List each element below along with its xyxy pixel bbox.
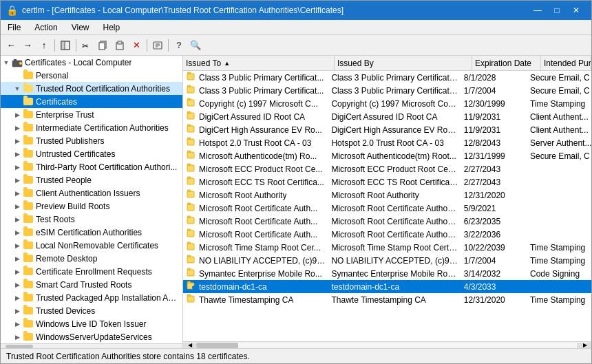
paste-button[interactable] <box>112 38 127 53</box>
sidebar-item-untrusted[interactable]: ▶ Untrusted Certificates <box>1 147 182 160</box>
menu-help[interactable]: Help <box>96 20 127 34</box>
sidebar-item-certificates[interactable]: Certificates <box>1 95 182 108</box>
folder-testroots-icon <box>23 214 34 225</box>
expand-personal[interactable] <box>1 70 12 81</box>
find-button[interactable]: 🔍 <box>188 38 203 53</box>
issued-to-text: DigiCert Assured ID Root CA <box>199 112 305 122</box>
table-row[interactable]: Microsoft Authenticode(tm) Ro... Microso… <box>183 149 591 162</box>
cell-issued-by: Microsoft Root Certificate Authori... <box>328 217 461 226</box>
issued-to-text: testdomain-dc1-ca <box>199 282 267 292</box>
table-row[interactable]: Microsoft Time Stamp Root Cer... Microso… <box>183 241 591 254</box>
table-row[interactable]: Microsoft ECC Product Root Ce... Microso… <box>183 162 591 175</box>
table-row[interactable]: DigiCert Assured ID Root CA DigiCert Ass… <box>183 110 591 123</box>
copy-button[interactable] <box>96 38 111 53</box>
sidebar-item-trusted-root[interactable]: ▼ Trusted Root Certification Authorities <box>1 82 182 95</box>
sidebar-item-windows-live[interactable]: ▶ Windows Live ID Token Issuer <box>1 317 182 330</box>
up-button[interactable]: ↑ <box>36 38 52 53</box>
issued-to-text: Microsoft ECC Product Root Ce... <box>199 164 322 174</box>
close-button[interactable]: ✕ <box>567 3 586 17</box>
menu-file[interactable]: File <box>1 20 28 34</box>
sidebar-item-smart-card[interactable]: ▶ Smart Card Trusted Roots <box>1 278 182 291</box>
content-scrollbar-h[interactable]: ◀ ▶ <box>183 341 591 348</box>
sidebar-item-remote-desktop[interactable]: ▶ Remote Desktop <box>1 252 182 265</box>
svg-rect-19 <box>187 100 194 106</box>
minimize-button[interactable]: — <box>528 3 547 17</box>
folder-personal-icon <box>23 70 34 81</box>
table-row[interactable]: NO LIABILITY ACCEPTED, (c)97 ... NO LIAB… <box>183 254 591 267</box>
sidebar-item-preview[interactable]: ▶ Preview Build Roots <box>1 200 182 213</box>
svg-rect-4 <box>99 43 105 50</box>
sidebar-item-trusted-publishers[interactable]: ▶ Trusted Publishers <box>1 134 182 147</box>
svg-rect-39 <box>187 231 194 237</box>
cell-issued-to: Microsoft ECC Product Root Ce... <box>183 162 328 175</box>
table-row[interactable]: Copyright (c) 1997 Microsoft C... Copyri… <box>183 97 591 110</box>
table-row[interactable]: Microsoft Root Certificate Auth... Micro… <box>183 228 591 241</box>
table-row[interactable]: Microsoft ECC TS Root Certifica... Micro… <box>183 175 591 189</box>
menu-action[interactable]: Action <box>28 20 64 34</box>
cell-issued-by: Microsoft Root Authority <box>328 191 461 200</box>
expand-trusted-root[interactable]: ▼ <box>12 83 23 94</box>
sidebar-item-local-nonremovable[interactable]: ▶ Local NonRemovable Certificates <box>1 239 182 252</box>
help-button[interactable]: ? <box>171 38 187 53</box>
col-header-purpose[interactable]: Intended Purp... <box>541 56 591 70</box>
sidebar-scrollbar-h[interactable] <box>1 343 182 348</box>
table-row[interactable]: Hotspot 2.0 Trust Root CA - 03 Hotspot 2… <box>183 136 591 149</box>
sidebar-item-esim[interactable]: ▶ eSIM Certification Authorities <box>1 226 182 239</box>
cell-purpose: Secure Email, C <box>527 151 591 161</box>
sidebar-item-intermediate-ca[interactable]: ▶ Intermediate Certification Authorities <box>1 121 182 134</box>
table-row[interactable]: Class 3 Public Primary Certificat... Cla… <box>183 71 591 84</box>
list-content[interactable]: Class 3 Public Primary Certificat... Cla… <box>183 71 591 341</box>
cell-issued-by: DigiCert Assured ID Root CA <box>328 112 461 122</box>
table-row[interactable]: DigiCert High Assurance EV Ro... DigiCer… <box>183 123 591 136</box>
cell-issued-to: NO LIABILITY ACCEPTED, (c)97 ... <box>183 254 328 267</box>
sidebar-item-root[interactable]: ▼ Certificates - Local Computer <box>1 56 182 69</box>
table-row[interactable]: Thawte Timestamping CA Thawte Timestampi… <box>183 293 591 306</box>
table-row[interactable]: Microsoft Root Authority Microsoft Root … <box>183 189 591 202</box>
col-header-issued-by[interactable]: Issued By <box>335 56 472 70</box>
folder-wsus-icon <box>23 332 34 343</box>
scroll-left-btn[interactable]: ◀ <box>183 343 197 348</box>
folder-thirdparty-icon <box>23 162 34 173</box>
table-row[interactable]: Microsoft Root Certificate Auth... Micro… <box>183 202 591 215</box>
issued-to-text: Microsoft Authenticode(tm) Ro... <box>199 151 317 161</box>
table-row[interactable]: Symantec Enterprise Mobile Ro... Symante… <box>183 267 591 280</box>
col-header-expiry[interactable]: Expiration Date <box>472 56 541 70</box>
table-row[interactable]: Microsoft Root Certificate Auth... Micro… <box>183 215 591 228</box>
properties-button[interactable] <box>150 38 165 53</box>
sidebar-item-personal[interactable]: Personal <box>1 69 182 82</box>
sidebar-item-third-party[interactable]: ▶ Third-Party Root Certification Authori… <box>1 160 182 173</box>
cell-expiry: 4/3/2033 <box>461 282 527 292</box>
sidebar-intermediate-label: Intermediate Certification Authorities <box>36 123 169 133</box>
scroll-right-btn[interactable]: ▶ <box>578 343 591 348</box>
menu-view[interactable]: View <box>65 20 96 34</box>
sidebar-item-client-auth[interactable]: ▶ Client Authentication Issuers <box>1 186 182 200</box>
sidebar-item-trusted-devices[interactable]: ▶ Trusted Devices <box>1 304 182 317</box>
maximize-button[interactable]: □ <box>547 3 567 17</box>
folder-clientauth-icon <box>23 188 34 199</box>
sidebar-item-wsus[interactable]: ▶ WindowsServerUpdateServices <box>1 330 182 343</box>
scroll-track-h[interactable] <box>197 343 578 348</box>
cell-issued-to: Microsoft ECC TS Root Certifica... <box>183 175 328 189</box>
table-row[interactable]: testdomain-dc1-ca testdomain-dc1-ca 4/3/… <box>183 280 591 293</box>
sidebar-item-trusted-packaged[interactable]: ▶ Trusted Packaged App Installation Au..… <box>1 291 182 304</box>
status-bar: Trusted Root Certification Authorities s… <box>1 348 591 363</box>
sort-arrow-issued-to: ▲ <box>224 60 230 67</box>
sidebar-thirdparty-label: Third-Party Root Certification Authori..… <box>36 162 177 172</box>
issued-to-text: Class 3 Public Primary Certificat... <box>199 86 324 96</box>
show-hide-button[interactable] <box>58 38 73 53</box>
forward-button[interactable]: → <box>20 38 35 53</box>
expand-root[interactable]: ▼ <box>1 57 12 68</box>
sidebar-item-cert-enrollment[interactable]: ▶ Certificate Enrollment Requests <box>1 265 182 278</box>
back-button[interactable]: ← <box>3 38 19 53</box>
cell-issued-by: Microsoft ECC TS Root Certificate... <box>328 178 461 187</box>
sidebar-item-enterprise[interactable]: ▶ Enterprise Trust <box>1 108 182 121</box>
col-header-issued-to[interactable]: Issued To ▲ <box>183 56 335 70</box>
sidebar-item-test-roots[interactable]: ▶ Test Roots <box>1 213 182 226</box>
sidebar-item-trusted-people[interactable]: ▶ Trusted People <box>1 173 182 186</box>
svg-rect-13 <box>14 59 17 61</box>
delete-button[interactable]: ✕ <box>129 38 144 53</box>
scroll-thumb-h[interactable] <box>197 343 238 348</box>
table-row[interactable]: Class 3 Public Primary Certificat... Cla… <box>183 84 591 97</box>
folder-trustedpackaged-icon <box>23 292 34 303</box>
cut-button[interactable]: ✂ <box>79 38 94 53</box>
